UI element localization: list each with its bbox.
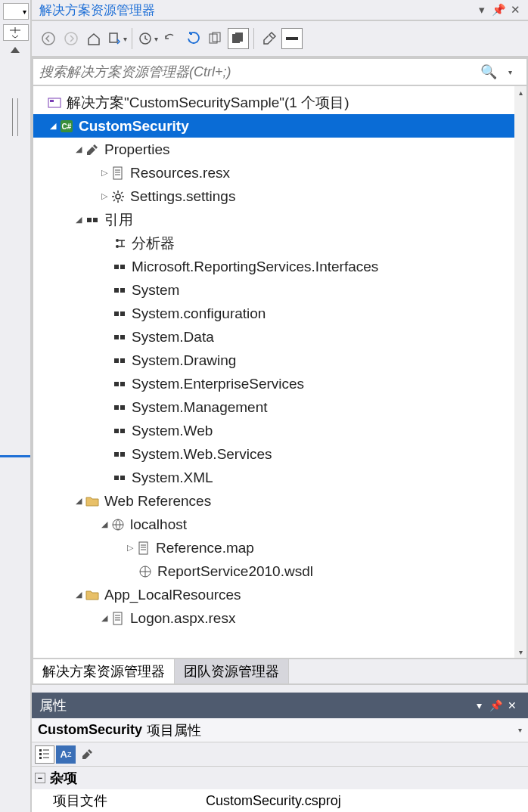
tree-scrollbar[interactable]: ▴ ▾	[514, 86, 526, 658]
props-menu-button[interactable]: ▾	[471, 699, 487, 711]
settings-node[interactable]: ▷ Settings.settings	[33, 184, 514, 208]
web-reference-icon	[110, 517, 126, 532]
reference-icon	[112, 470, 127, 485]
localhost-node[interactable]: ◢ localhost	[33, 513, 514, 536]
svg-rect-7	[235, 33, 243, 42]
gear-icon	[110, 189, 126, 204]
file-icon	[136, 541, 151, 556]
analyzers-node[interactable]: 分析器	[33, 231, 514, 255]
reference-map-node[interactable]: ▷ Reference.map	[33, 536, 514, 559]
reference-node[interactable]: System	[33, 278, 514, 302]
references-node[interactable]: ◢ 引用	[33, 208, 514, 231]
svg-point-17	[116, 239, 119, 242]
expander-icon[interactable]: ▷	[98, 191, 110, 203]
props-close-button[interactable]: ✕	[504, 699, 520, 711]
scroll-up-icon[interactable]: ▴	[514, 86, 526, 98]
svg-rect-42	[113, 612, 122, 624]
folder-icon	[85, 494, 100, 509]
svg-rect-31	[114, 405, 119, 410]
folder-icon	[85, 587, 100, 603]
properties-label: Properties	[104, 141, 170, 158]
file-label: ReportService2010.wsdl	[157, 563, 313, 580]
svg-rect-34	[120, 429, 125, 433]
pin-button[interactable]: 📌	[490, 3, 507, 17]
reference-node[interactable]: System.EnterpriseServices	[33, 372, 514, 395]
reference-node[interactable]: System.Data	[33, 325, 514, 349]
svg-rect-20	[120, 265, 125, 269]
props-object-dropdown[interactable]: ▾	[518, 726, 522, 734]
solution-prefix: 解决方案	[67, 95, 124, 110]
reference-icon	[112, 259, 127, 274]
left-dropdown-2[interactable]	[3, 24, 29, 41]
svg-rect-40	[139, 542, 148, 554]
tab-team-explorer[interactable]: 团队资源管理器	[175, 659, 289, 683]
left-dropdown-1[interactable]: ▾	[3, 3, 29, 20]
svg-rect-21	[114, 288, 119, 293]
search-input[interactable]	[39, 64, 478, 80]
expander-icon[interactable]: ◢	[73, 214, 85, 226]
resources-resx-node[interactable]: ▷ Resources.resx	[33, 161, 514, 184]
forward-button[interactable]	[61, 28, 82, 49]
expander-icon[interactable]: ◢	[98, 519, 110, 531]
panel-menu-button[interactable]: ▾	[474, 3, 490, 17]
search-dropdown[interactable]: ▾	[499, 68, 520, 76]
reference-icon	[112, 423, 127, 439]
expander-icon[interactable]: ◢	[73, 589, 85, 601]
app-local-resources-node[interactable]: ◢ App_LocalResources	[33, 583, 514, 606]
csharp-project-icon: C#	[59, 119, 74, 134]
expander-icon[interactable]: ◢	[73, 144, 85, 156]
web-references-node[interactable]: ◢ Web References	[33, 489, 514, 513]
categorized-button[interactable]	[35, 745, 54, 764]
props-pin-button[interactable]: 📌	[487, 699, 504, 711]
file-label: Settings.settings	[130, 188, 235, 205]
alphabetical-button[interactable]: AZ	[56, 745, 76, 764]
collapse-all-button[interactable]	[205, 28, 226, 49]
show-all-button[interactable]	[228, 28, 249, 49]
reference-label: System.XML	[132, 470, 213, 486]
svg-rect-25	[114, 335, 119, 339]
reference-node[interactable]: Microsoft.ReportingServices.Interfaces	[33, 255, 514, 278]
expander-icon[interactable]: ◢	[73, 495, 85, 507]
properties-button[interactable]	[259, 28, 280, 49]
logon-resx-node[interactable]: ◢ Logon.aspx.resx	[33, 606, 514, 630]
svg-rect-13	[113, 167, 122, 179]
reference-node[interactable]: System.Web.Services	[33, 442, 514, 466]
property-row[interactable]: 项目文件 CustomSecurity.csproj	[32, 789, 528, 812]
reference-node[interactable]: System.XML	[33, 466, 514, 489]
home-button[interactable]	[83, 28, 104, 49]
properties-node[interactable]: ◢ Properties	[33, 138, 514, 161]
close-button[interactable]: ✕	[507, 3, 523, 17]
reference-node[interactable]: System.configuration	[33, 302, 514, 325]
reference-label: System.Management	[132, 399, 268, 416]
props-wrench-button[interactable]	[77, 745, 97, 764]
refresh-button[interactable]	[182, 28, 203, 49]
expander-icon[interactable]: ▷	[98, 167, 110, 179]
svg-rect-16	[93, 218, 98, 222]
back-button[interactable]	[38, 28, 59, 49]
category-collapse-icon[interactable]: −	[35, 773, 45, 783]
analyzers-label: 分析器	[132, 234, 175, 253]
preview-button[interactable]	[281, 28, 303, 49]
expander-icon[interactable]: ◢	[47, 120, 59, 132]
solution-node[interactable]: 解决方案"CustomSecuritySample"(1 个项目)	[33, 91, 514, 114]
expander-icon[interactable]: ▷	[124, 542, 136, 554]
reference-node[interactable]: System.Management	[33, 395, 514, 419]
project-node[interactable]: ◢ C# CustomSecurity	[33, 114, 514, 138]
sync-button[interactable]	[106, 28, 127, 49]
category-label: 杂项	[50, 769, 77, 787]
properties-panel-title: 属性	[39, 696, 67, 714]
reference-icon	[112, 377, 127, 392]
expander-icon[interactable]: ◢	[98, 612, 110, 624]
svg-rect-36	[120, 452, 125, 457]
reference-node[interactable]: System.Drawing	[33, 349, 514, 372]
svg-rect-29	[114, 382, 119, 386]
references-icon	[85, 212, 100, 228]
search-icon[interactable]: 🔍	[478, 64, 499, 80]
scroll-down-icon[interactable]: ▾	[514, 646, 526, 658]
wsdl-icon	[138, 564, 153, 579]
undo-button[interactable]	[160, 28, 181, 49]
wsdl-node[interactable]: ReportService2010.wsdl	[33, 559, 514, 583]
history-button[interactable]	[137, 28, 158, 49]
tab-solution-explorer[interactable]: 解决方案资源管理器	[33, 659, 175, 683]
reference-node[interactable]: System.Web	[33, 419, 514, 442]
